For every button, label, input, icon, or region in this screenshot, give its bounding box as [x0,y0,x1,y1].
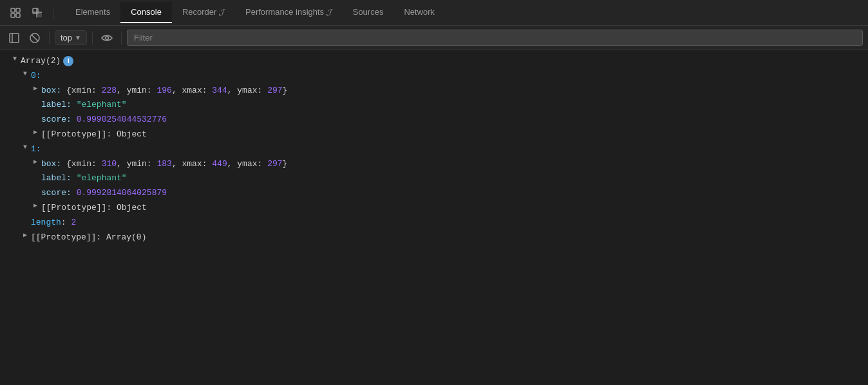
item-1-proto-expand[interactable] [31,202,40,211]
item-1-box-key: box: [41,158,61,171]
item-0-expand[interactable] [21,70,30,79]
item-1-proto-line: [[Prototype]]: Object [0,201,868,216]
clear-button[interactable] [26,29,44,47]
item-1-proto-label: [[Prototype]]: [41,202,111,215]
svg-rect-3 [16,14,20,17]
svg-rect-8 [10,33,19,42]
item-1-label-key: label: [41,172,71,185]
toolbar-icons [5,3,57,23]
tab-network[interactable]: Network [393,2,445,23]
item-1-label-value: "elephant" [77,172,127,185]
root-proto-label: [[Prototype]]: [31,231,101,245]
toolbar-divider-3 [121,32,122,44]
item-0-label-value: "elephant" [77,99,127,112]
filter-input[interactable] [127,30,863,46]
tab-console[interactable]: Console [120,2,172,23]
item-0-proto-line: [[Prototype]]: Object [0,127,868,142]
item-0-proto-expand[interactable] [31,128,40,137]
svg-rect-5 [37,12,42,17]
array-expand-arrow[interactable] [10,55,19,64]
toolbar-divider-2 [92,32,93,44]
info-badge[interactable]: i [63,56,73,66]
item-0-box-expand[interactable] [31,84,40,93]
array-root-line: Array(2) i [0,54,868,69]
item-0-score-value: 0.9990254044532776 [77,113,167,127]
item-0-score-line: score: 0.9990254044532776 [0,113,868,127]
item-0-line: 0: [0,69,868,84]
context-label: top [61,33,72,42]
root-proto-expand[interactable] [21,231,30,240]
svg-rect-2 [11,14,15,17]
item-0-box-line: box: {xmin: 228, ymin: 196, xmax: 344, y… [0,84,868,99]
svg-rect-0 [11,8,15,12]
root-proto-value: Array(0) [106,231,146,245]
chevron-down-icon: ▼ [75,34,81,41]
sidebar-toggle-button[interactable] [5,29,23,47]
tab-separator [53,6,53,19]
devtools-icon[interactable] [5,3,26,23]
toolbar-divider [49,32,50,44]
tab-bar: Elements Console Recorder 𝓙 Performance … [0,0,868,26]
item-1-score-value: 0.9992814064025879 [77,187,167,200]
item-1-expand[interactable] [21,143,30,152]
tab-recorder[interactable]: Recorder 𝓙 [172,2,235,24]
svg-line-11 [32,35,38,41]
eye-icon[interactable] [98,29,116,47]
tab-list: Elements Console Recorder 𝓙 Performance … [65,2,863,24]
tab-performance[interactable]: Performance insights 𝓙 [235,2,343,24]
item-0-proto-label: [[Prototype]]: [41,128,111,142]
item-0-index: 0: [31,70,41,83]
length-key: length [31,216,61,230]
console-output: Array(2) i 0: box: {xmin: 228, ymin: 196… [0,50,868,385]
console-toolbar: top ▼ [0,26,868,50]
item-0-label-line: label: "elephant" [0,98,868,113]
item-0-score-key: score: [41,113,71,127]
item-0-box-key: box: [41,84,61,98]
tab-elements[interactable]: Elements [65,2,120,23]
item-1-box-line: box: {xmin: 310, ymin: 183, xmax: 449, y… [0,157,868,172]
svg-rect-1 [16,8,20,12]
tab-sources[interactable]: Sources [343,2,394,23]
context-selector[interactable]: top ▼ [55,30,87,45]
item-1-label-line: label: "elephant" [0,171,868,186]
item-1-score-line: score: 0.9992814064025879 [0,186,868,201]
item-1-line: 1: [0,142,868,157]
svg-point-12 [105,36,108,39]
inspect-icon[interactable] [27,3,48,23]
item-1-score-key: score: [41,187,71,200]
root-proto-line: [[Prototype]]: Array(0) [0,230,868,245]
item-1-index: 1: [31,143,41,156]
length-value: 2 [71,216,76,230]
item-0-label-key: label: [41,99,71,112]
item-1-box-expand[interactable] [31,158,40,167]
array-label: Array(2) [21,55,61,68]
length-line: length : 2 [0,216,868,230]
